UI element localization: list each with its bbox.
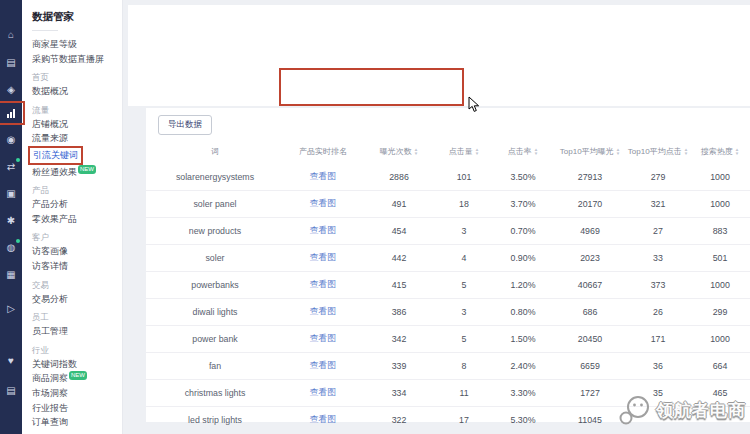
send-icon[interactable]: ▷ (0, 300, 22, 318)
sidebar-item[interactable]: 引流关键词 (32, 146, 122, 165)
sidebar-item[interactable]: 商家星等级 (32, 37, 122, 52)
rank-view-cell: 查看图 (284, 225, 362, 237)
clicks-cell: 18 (436, 199, 492, 209)
sidebar-item[interactable]: 员工管理 (32, 324, 122, 339)
keyword-cell: christmas lights (146, 388, 284, 398)
search-heat-cell: 1000 (690, 280, 750, 290)
sort-icon[interactable]: ▲▼ (475, 148, 479, 156)
sidebar-item[interactable]: 店铺概况 (32, 117, 122, 132)
watermark: 领航者电商 (618, 394, 746, 426)
sidebar-section-label: 流量 (32, 103, 122, 117)
new-badge: NEW (69, 371, 87, 380)
home-icon[interactable]: ⌂ (0, 26, 22, 44)
sidebar-item[interactable]: 产品分析 (32, 197, 122, 212)
clicks-cell: 5 (436, 280, 492, 290)
keyword-cell: diwali lights (146, 307, 284, 317)
sidebar-item[interactable]: 流量来源 (32, 131, 122, 146)
briefcase-icon[interactable]: ▤ (0, 382, 22, 400)
view-rank-link[interactable]: 查看图 (310, 360, 336, 370)
ctr-cell: 2.40% (492, 361, 554, 371)
table-row: new products查看图45430.70%496927883 (146, 218, 750, 245)
sidebar-item-label: 引流关键词 (28, 146, 83, 165)
column-header-label: 词 (211, 147, 219, 156)
analytics-chart-icon[interactable] (0, 104, 22, 122)
view-rank-link[interactable]: 查看图 (310, 306, 336, 316)
monitor-icon[interactable]: ▤ (0, 54, 22, 72)
view-rank-link[interactable]: 查看图 (310, 252, 336, 262)
sidebar-item-label: 交易分析 (32, 294, 68, 304)
bag-icon[interactable]: ▣ (0, 185, 22, 203)
shield-icon[interactable]: ◈ (0, 81, 22, 99)
view-rank-link[interactable]: 查看图 (310, 225, 336, 235)
sidebar-item-label: 商品洞察 (32, 373, 68, 383)
view-rank-link[interactable]: 查看图 (310, 333, 336, 343)
sidebar-item-label: 市场洞察 (32, 388, 68, 398)
notification-dot (16, 158, 20, 162)
sidebar-item-label: 店铺概况 (32, 119, 68, 129)
sort-icon[interactable]: ▲▼ (534, 148, 538, 156)
exposure-cell: 339 (362, 361, 436, 371)
exposure-cell: 342 (362, 334, 436, 344)
sidebar-item[interactable]: 市场洞察 (32, 386, 122, 401)
view-rank-link[interactable]: 查看图 (310, 387, 336, 397)
top10-exposure-cell: 6659 (554, 361, 626, 371)
column-header[interactable]: Top10平均曝光▲▼ (554, 147, 626, 156)
sort-icon[interactable]: ▲▼ (616, 148, 620, 156)
sidebar-item[interactable]: 粉丝通效果NEW (32, 165, 122, 180)
clicks-cell: 101 (436, 172, 492, 182)
view-rank-link[interactable]: 查看图 (310, 171, 336, 181)
column-header[interactable]: 点击量▲▼ (436, 147, 492, 156)
sidebar-section-label: 首页 (32, 70, 122, 84)
sidebar-item-label: 零效果产品 (32, 214, 77, 224)
ctr-cell: 0.70% (492, 226, 554, 236)
sidebar-item[interactable]: 商品洞察NEW (32, 371, 122, 386)
gear-icon[interactable]: ✱ (0, 212, 22, 230)
sidebar-item[interactable]: 零效果产品 (32, 212, 122, 227)
sidebar-section-label: 员工 (32, 310, 122, 324)
clicks-cell: 3 (436, 226, 492, 236)
sort-icon[interactable]: ▲▼ (684, 148, 688, 156)
column-header[interactable]: 曝光次数▲▼ (362, 147, 436, 156)
sidebar-item[interactable]: 访客画像 (32, 244, 122, 259)
clicks-cell: 11 (436, 388, 492, 398)
sidebar-item[interactable]: 关键词指数 (32, 357, 122, 372)
ctr-cell: 3.30% (492, 388, 554, 398)
view-rank-link[interactable]: 查看图 (310, 198, 336, 208)
search-heat-cell: 1000 (690, 334, 750, 344)
export-data-button[interactable]: 导出数据 (158, 115, 212, 135)
new-badge: NEW (78, 165, 96, 174)
watermark-logo-icon (618, 394, 652, 426)
table-row: fan查看图33982.40%665936664 (146, 353, 750, 380)
keyword-cell: powerbanks (146, 280, 284, 290)
column-header[interactable]: 点击率▲▼ (492, 147, 554, 156)
column-header[interactable]: 搜索热度▲▼ (690, 147, 750, 156)
mouse-cursor (468, 96, 480, 117)
top10-exposure-cell: 686 (554, 307, 626, 317)
box-icon[interactable]: ▦ (0, 266, 22, 284)
sidebar-item[interactable]: 交易分析 (32, 292, 122, 307)
rank-view-cell: 查看图 (284, 333, 362, 345)
top10-clicks-cell: 279 (626, 172, 690, 182)
sort-icon[interactable]: ▲▼ (414, 148, 418, 156)
sidebar-item-label: 访客画像 (32, 246, 68, 256)
view-rank-link[interactable]: 查看图 (310, 279, 336, 289)
user-icon[interactable]: ◉ (0, 131, 22, 149)
sidebar-item[interactable]: 采购节数据直播屏 (32, 52, 122, 67)
bell-icon[interactable]: ◍ (0, 239, 22, 257)
column-header-label: 点击量 (449, 147, 473, 156)
view-rank-link[interactable]: 查看图 (310, 414, 336, 424)
exposure-cell: 454 (362, 226, 436, 236)
exposure-cell: 386 (362, 307, 436, 317)
sort-icon[interactable]: ▲▼ (735, 148, 739, 156)
sidebar-item[interactable]: 数据概况 (32, 84, 122, 99)
heart-icon[interactable]: ♥ (0, 352, 22, 370)
sidebar-item-label: 产品分析 (32, 199, 68, 209)
top10-exposure-cell: 40667 (554, 280, 626, 290)
share-icon[interactable]: ⇄ (0, 158, 22, 176)
top10-exposure-cell: 11045 (554, 415, 626, 425)
rank-view-cell: 查看图 (284, 414, 362, 426)
column-header[interactable]: Top10平均点击▲▼ (626, 147, 690, 156)
sidebar-item[interactable]: 访客详情 (32, 259, 122, 274)
sidebar-item[interactable]: 订单查询 (32, 415, 122, 430)
sidebar-item[interactable]: 行业报告 (32, 401, 122, 416)
